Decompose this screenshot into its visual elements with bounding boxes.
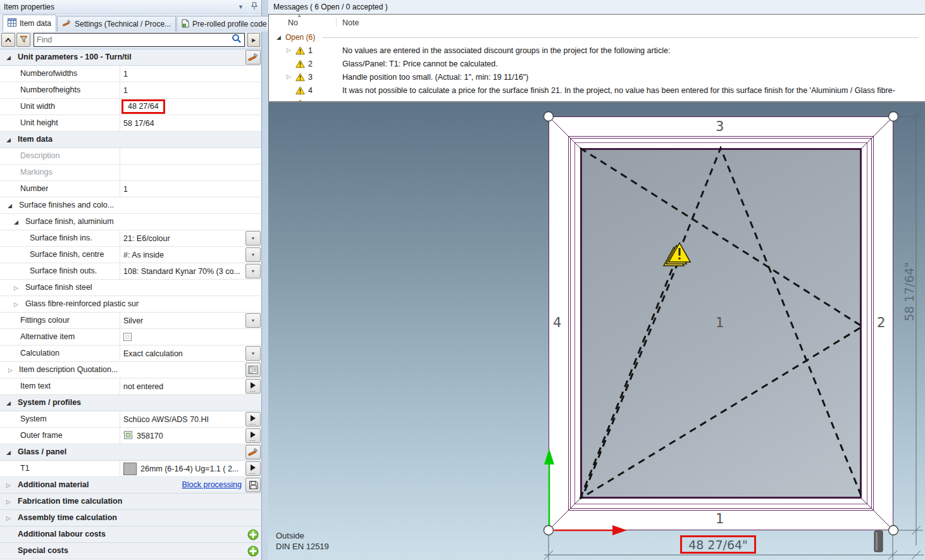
expanded-arrow-icon[interactable]: ◢: [8, 202, 12, 209]
open-dialog-button[interactable]: ...: [245, 428, 261, 443]
drawing-area[interactable]: 3 4 1 2 1 58 17/64" 48 27/64" Outside DI…: [268, 102, 925, 560]
property-row-item-text[interactable]: Item textnot entered...: [0, 378, 261, 395]
property-row-unit-width[interactable]: Unit width48 27/64: [0, 99, 261, 115]
collapsed-arrow-icon[interactable]: ▷: [6, 515, 11, 521]
expand-arrow-icon[interactable]: ▷: [287, 47, 291, 53]
property-value[interactable]: not entered: [120, 378, 244, 394]
group-expanded-icon[interactable]: ◢: [276, 34, 281, 40]
tab-strip: Item data Settings (Technical / Proce...…: [0, 14, 261, 32]
property-row-number[interactable]: Number1: [0, 181, 261, 197]
property-row-special-costs[interactable]: Special costs: [0, 543, 261, 559]
property-value[interactable]: Exact calculation: [120, 345, 244, 361]
property-row-glass-fibre-reinforced-plastic-surface-finish[interactable]: ▷Glass fibre-reinforced plastic surface …: [0, 296, 261, 313]
next-match-button[interactable]: ▶: [247, 33, 260, 47]
collapsed-arrow-icon[interactable]: ▷: [14, 285, 18, 291]
property-label: Calculation: [20, 349, 59, 358]
property-row-surface-finish-steel[interactable]: ▷Surface finish steel: [0, 280, 261, 296]
collapsed-arrow-icon[interactable]: ▷: [14, 301, 18, 308]
property-label: T1: [20, 464, 30, 473]
collapsed-arrow-icon[interactable]: ▷: [8, 367, 13, 373]
add-button[interactable]: [245, 527, 261, 542]
property-label: Surface finish outs.: [30, 266, 97, 275]
message-row-4[interactable]: 4It was not possible to calculate a pric…: [269, 84, 925, 97]
expanded-arrow-icon[interactable]: ◢: [6, 54, 11, 61]
open-dialog-button[interactable]: ...: [245, 412, 261, 426]
tab-settings[interactable]: Settings (Technical / Proce...: [57, 16, 176, 32]
property-row-unit-parameters-100-turn-tilt[interactable]: ◢Unit parameters - 100 - Turn/tilt: [0, 49, 261, 66]
property-label: Glass / panel: [18, 447, 66, 456]
collapsed-arrow-icon[interactable]: ▷: [6, 499, 11, 505]
property-value[interactable]: 358170: [120, 428, 244, 444]
property-value[interactable]: 26mm (6-16-4) Ug=1.1 ( 2...: [120, 461, 244, 476]
dropdown-button[interactable]: ▼: [245, 247, 261, 262]
property-row-markings[interactable]: Markings: [0, 165, 261, 181]
property-row-system-profiles[interactable]: ◢System / profiles: [0, 395, 261, 411]
property-row-surface-finish-centre[interactable]: Surface finish, centre#: As inside▼: [0, 247, 261, 263]
collapse-all-button[interactable]: [1, 33, 15, 47]
filter-button[interactable]: [16, 33, 30, 47]
item-description-button[interactable]: [245, 363, 261, 377]
expanded-arrow-icon[interactable]: ◢: [6, 449, 11, 456]
property-row-assembly-time-calculation[interactable]: ▷Assembly time calculation: [0, 510, 261, 526]
expanded-arrow-icon[interactable]: ◢: [6, 400, 11, 406]
property-row-unit-height[interactable]: Unit height58 17/64: [0, 115, 261, 132]
block-processing-link[interactable]: Block processing: [182, 480, 242, 489]
property-value[interactable]: #: As inside: [120, 247, 244, 263]
property-row-surface-finish-ins[interactable]: Surface finish ins.21: E6/colour▼: [0, 230, 261, 247]
property-row-item-data[interactable]: ◢Item data: [0, 132, 261, 148]
dropdown-button[interactable]: ▼: [245, 313, 261, 328]
property-row-fabrication-time-calculation[interactable]: ▷Fabrication time calculation: [0, 494, 261, 510]
pin-icon[interactable]: [251, 2, 258, 11]
property-value[interactable]: Silver: [120, 313, 244, 328]
property-row-outer-frame[interactable]: Outer frame358170...: [0, 428, 261, 444]
property-value[interactable]: 21: E6/colour: [120, 230, 244, 246]
property-row-calculation[interactable]: CalculationExact calculation▼: [0, 345, 261, 362]
collapsed-arrow-icon[interactable]: ▷: [6, 482, 11, 488]
dropdown-button[interactable]: ▼: [245, 231, 261, 246]
expanded-arrow-icon[interactable]: ◢: [6, 137, 11, 143]
column-divider[interactable]: [336, 18, 337, 27]
tab-pre-rolled-profile-code[interactable]: Pre-rolled profile code: [177, 16, 271, 32]
property-row-item-description-quotation[interactable]: ▷Item description Quotation...: [0, 362, 261, 378]
add-button[interactable]: [245, 544, 261, 558]
property-row-surface-finish-aluminium[interactable]: ◢Surface finish, aluminium: [0, 214, 261, 230]
property-row-numberofwidths[interactable]: Numberofwidths1: [0, 66, 261, 82]
message-row-1[interactable]: ▷1No values are entered in the associate…: [269, 44, 925, 58]
edit-wrench-button[interactable]: [245, 445, 261, 459]
sort-indicator-icon[interactable]: ▲: [297, 14, 302, 18]
search-icon[interactable]: [232, 34, 242, 46]
tab-item-data[interactable]: Item data: [3, 15, 56, 32]
expand-arrow-icon[interactable]: ▷: [287, 73, 291, 80]
save-button[interactable]: [245, 478, 261, 492]
property-row-fittings-colour[interactable]: Fittings colourSilver▼: [0, 313, 261, 329]
message-row-partial[interactable]: [269, 97, 925, 102]
edit-wrench-button[interactable]: [245, 50, 261, 65]
message-row-3[interactable]: ▷3Handle position too small. (Actual: 1"…: [269, 71, 925, 84]
open-dialog-button[interactable]: ...: [245, 379, 261, 394]
property-row-additional-material[interactable]: ▷Additional materialBlock processing: [0, 477, 261, 494]
column-header-no[interactable]: No: [288, 18, 298, 27]
property-row-additional-labour-costs[interactable]: Additional labour costs: [0, 526, 261, 543]
expanded-arrow-icon[interactable]: ◢: [14, 219, 18, 225]
property-row-surface-finish-outs[interactable]: Surface finish outs.108: Standard Kynar …: [0, 263, 261, 280]
property-row-t1[interactable]: T126mm (6-16-4) Ug=1.1 ( 2......: [0, 461, 261, 477]
property-row-numberofheights[interactable]: Numberofheights1: [0, 82, 261, 99]
search-input[interactable]: [37, 35, 232, 44]
property-value[interactable]: Schüco AWS/ADS 70.HI: [120, 411, 244, 427]
message-row-2[interactable]: 2Glass/Panel: T1: Price cannot be calcul…: [269, 58, 925, 71]
alternative-item-checkbox[interactable]: [123, 333, 132, 341]
property-value[interactable]: 108: Standard Kynar 70% (3 co...: [120, 263, 244, 279]
property-row-alternative-item[interactable]: Alternative item: [0, 329, 261, 345]
message-note: Glass/Panel: T1: Price cannot be calcula…: [342, 59, 498, 68]
open-dialog-button[interactable]: ...: [245, 461, 261, 476]
chevron-down-icon[interactable]: ▼: [238, 4, 244, 10]
dropdown-button[interactable]: ▼: [245, 264, 261, 278]
property-row-glass-panel[interactable]: ◢Glass / panel: [0, 444, 261, 461]
property-row-system[interactable]: SystemSchüco AWS/ADS 70.HI...: [0, 411, 261, 428]
messages-group-open[interactable]: ◢ Open (6): [269, 30, 925, 44]
dropdown-button[interactable]: ▼: [245, 346, 261, 361]
property-row-description[interactable]: Description: [0, 148, 261, 165]
column-header-note[interactable]: Note: [342, 18, 359, 27]
property-row-surface-finishes-and-colo[interactable]: ◢Surface finishes and colo...: [0, 197, 261, 214]
property-label: Description: [20, 151, 60, 160]
